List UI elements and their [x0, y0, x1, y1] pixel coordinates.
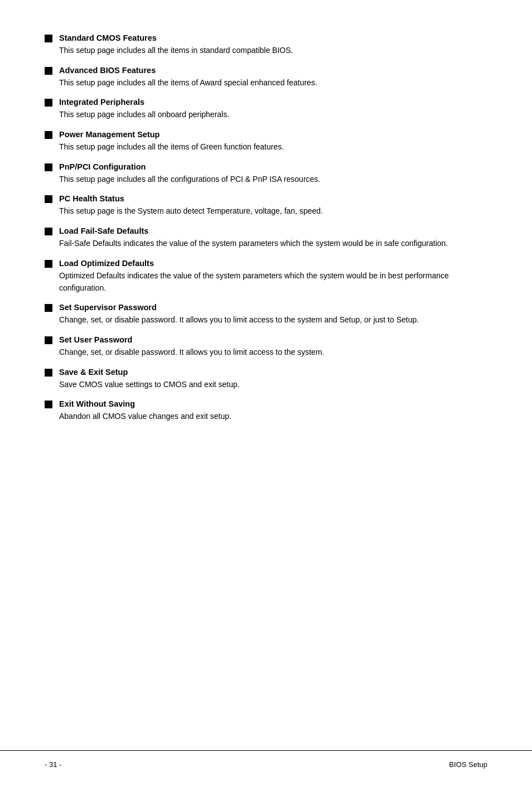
bullet-icon — [45, 131, 52, 139]
bullet-icon — [45, 401, 52, 408]
content-area: Standard CMOS FeaturesThis setup page in… — [45, 33, 487, 423]
section-header: PC Health Status — [45, 194, 487, 203]
section-title: Set User Password — [59, 335, 132, 344]
section-title: PC Health Status — [59, 194, 124, 203]
section-item: Set User PasswordChange, set, or disable… — [45, 335, 487, 359]
bullet-icon — [45, 99, 52, 107]
section-desc: This setup page includes all the items i… — [59, 45, 487, 57]
section-title: PnP/PCI Configuration — [59, 162, 146, 171]
section-title: Set Supervisor Password — [59, 303, 157, 312]
section-desc: This setup page includes all the items o… — [59, 141, 487, 153]
section-item: Standard CMOS FeaturesThis setup page in… — [45, 33, 487, 57]
section-header: PnP/PCI Configuration — [45, 162, 487, 171]
section-desc: Optimized Defaults indicates the value o… — [59, 270, 487, 294]
bullet-icon — [45, 35, 52, 42]
section-item: Power Management SetupThis setup page in… — [45, 130, 487, 153]
section-desc: Abandon all CMOS value changes and exit … — [59, 411, 487, 423]
section-desc: This setup page includes all the items o… — [59, 77, 487, 89]
section-header: Set User Password — [45, 335, 487, 344]
section-desc: Fail-Safe Defaults indicates the value o… — [59, 238, 487, 250]
section-item: Save & Exit SetupSave CMOS value setting… — [45, 368, 487, 391]
section-header: Set Supervisor Password — [45, 303, 487, 312]
section-desc: Change, set, or disable password. It all… — [59, 346, 487, 359]
section-item: Advanced BIOS FeaturesThis setup page in… — [45, 66, 487, 89]
section-title: Advanced BIOS Features — [59, 66, 156, 75]
section-header: Load Optimized Defaults — [45, 259, 487, 268]
section-desc: Change, set, or disable password. It all… — [59, 314, 487, 326]
footer-page: - 31 - — [45, 760, 61, 769]
section-desc: This setup page is the System auto detec… — [59, 205, 487, 218]
section-title: Exit Without Saving — [59, 399, 135, 408]
section-desc: Save CMOS value settings to CMOS and exi… — [59, 379, 487, 391]
section-header: Standard CMOS Features — [45, 33, 487, 42]
page-container: Standard CMOS FeaturesThis setup page in… — [0, 0, 532, 791]
footer-divider — [0, 750, 532, 751]
footer: - 31 - BIOS Setup — [0, 756, 532, 769]
section-item: Exit Without SavingAbandon all CMOS valu… — [45, 399, 487, 423]
bullet-icon — [45, 304, 52, 312]
section-item: Load Optimized DefaultsOptimized Default… — [45, 259, 487, 294]
section-header: Integrated Peripherals — [45, 98, 487, 107]
bullet-icon — [45, 67, 52, 75]
section-title: Standard CMOS Features — [59, 33, 157, 42]
footer-title: BIOS Setup — [449, 760, 487, 769]
section-title: Load Optimized Defaults — [59, 259, 154, 268]
section-title: Save & Exit Setup — [59, 368, 128, 377]
section-desc: This setup page includes all the configu… — [59, 173, 487, 186]
section-header: Power Management Setup — [45, 130, 487, 139]
section-header: Save & Exit Setup — [45, 368, 487, 377]
footer-content: - 31 - BIOS Setup — [45, 756, 487, 769]
section-desc: This setup page includes all onboard per… — [59, 109, 487, 121]
bullet-icon — [45, 228, 52, 235]
section-title: Integrated Peripherals — [59, 98, 144, 107]
section-title: Power Management Setup — [59, 130, 159, 139]
section-item: Integrated PeripheralsThis setup page in… — [45, 98, 487, 121]
section-item: Load Fail-Safe DefaultsFail-Safe Default… — [45, 226, 487, 250]
bullet-icon — [45, 163, 52, 171]
bullet-icon — [45, 260, 52, 268]
section-item: PnP/PCI ConfigurationThis setup page inc… — [45, 162, 487, 186]
section-item: PC Health StatusThis setup page is the S… — [45, 194, 487, 218]
section-header: Load Fail-Safe Defaults — [45, 226, 487, 235]
bullet-icon — [45, 336, 52, 344]
bullet-icon — [45, 195, 52, 203]
section-item: Set Supervisor PasswordChange, set, or d… — [45, 303, 487, 326]
section-header: Advanced BIOS Features — [45, 66, 487, 75]
section-title: Load Fail-Safe Defaults — [59, 226, 148, 235]
section-header: Exit Without Saving — [45, 399, 487, 408]
bullet-icon — [45, 369, 52, 377]
